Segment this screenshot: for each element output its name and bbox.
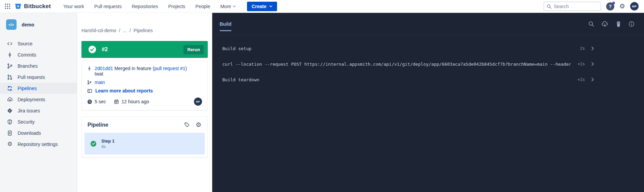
duration-item: 5 sec	[87, 99, 106, 104]
info-icon[interactable]	[628, 21, 635, 27]
pipelines-icon	[7, 86, 13, 91]
step-name: Step 1	[101, 138, 115, 144]
log-duration: <1s	[577, 77, 585, 82]
commits-icon	[7, 52, 13, 58]
trash-icon[interactable]	[616, 21, 621, 27]
sidebar-item-branches[interactable]: Branches	[0, 60, 77, 71]
repo-name: demo	[22, 22, 34, 27]
pipeline-summary-pane: Harshil-cd-demo / ... / Pipelines #2 Rer…	[77, 13, 212, 192]
run-duration: 5 sec	[95, 99, 106, 104]
nav-repositories[interactable]: Repositories	[127, 0, 163, 13]
settings-gear-icon[interactable]: ⚙	[619, 3, 625, 9]
pipeline-steps-card: Pipeline ⚙ Step 1 4s	[81, 116, 208, 157]
run-time-ago: 12 hours ago	[121, 99, 149, 104]
commit-icon	[87, 66, 92, 71]
commit-hash-link[interactable]: 2d01dd1	[95, 66, 113, 71]
download-log-icon[interactable]	[601, 21, 609, 27]
pipeline-card-header: Pipeline ⚙	[84, 122, 205, 128]
search-icon	[547, 4, 551, 9]
calendar-icon	[114, 99, 119, 104]
tag-icon[interactable]	[184, 122, 190, 128]
sidebar-item-security[interactable]: Security	[0, 116, 77, 127]
pipeline-run-number: #2	[102, 46, 108, 52]
sidebar-item-deployments[interactable]: Deployments	[0, 94, 77, 105]
notification-dot	[612, 2, 615, 4]
breadcrumb-ellipsis[interactable]: ...	[123, 28, 127, 33]
repo-sidebar: </> demo Source Commits	[0, 13, 77, 192]
primary-nav: Your work Pull requests Repositories Pro…	[58, 0, 241, 13]
topnav-right: ? ⚙ HP	[544, 2, 639, 11]
log-search-icon[interactable]	[588, 21, 594, 27]
log-duration: <1s	[577, 62, 585, 66]
search-input[interactable]	[554, 4, 591, 9]
pipeline-step-row[interactable]: Step 1 4s	[84, 133, 205, 154]
app-switcher-icon[interactable]	[3, 2, 12, 10]
sidebar-item-downloads[interactable]: Downloads	[0, 127, 77, 138]
document-icon	[7, 130, 13, 136]
search-box[interactable]	[544, 2, 601, 11]
commit-message: 2d01dd1 Merged in feature (pull request …	[95, 66, 187, 77]
run-meta-row: 5 sec 12 hours ago HP	[87, 98, 202, 106]
chevron-right-icon	[591, 78, 594, 82]
breadcrumb: Harshil-cd-demo / ... / Pipelines	[81, 28, 208, 33]
nav-your-work[interactable]: Your work	[58, 0, 89, 13]
sidebar-item-pipelines[interactable]: Pipelines	[0, 83, 77, 94]
rerun-button[interactable]: Rerun	[183, 45, 204, 54]
create-button[interactable]: Create	[247, 2, 277, 11]
repo-avatar: </>	[6, 19, 17, 30]
time-ago-item: 12 hours ago	[114, 99, 149, 104]
help-icon[interactable]: ?	[606, 2, 614, 10]
log-row-curl[interactable]: curl --location --request POST https://i…	[212, 56, 644, 72]
breadcrumb-pipelines[interactable]: Pipelines	[133, 28, 153, 33]
shield-icon	[7, 119, 13, 125]
nav-projects[interactable]: Projects	[163, 0, 191, 13]
code-icon	[7, 41, 13, 46]
deployments-cloud-icon	[7, 97, 13, 102]
reports-icon	[87, 88, 92, 93]
commit-message-row: 2d01dd1 Merged in feature (pull request …	[87, 66, 202, 77]
branch-row: main	[87, 80, 202, 85]
log-row-build-setup[interactable]: Build setup 2s	[212, 41, 644, 56]
sidebar-item-commits[interactable]: Commits	[0, 49, 77, 60]
pull-request-link[interactable]: pull request #1	[154, 66, 185, 71]
tab-build[interactable]: Build	[220, 13, 231, 35]
pipeline-run-banner: #2 Rerun	[81, 41, 208, 58]
reports-row: Learn more about reports	[87, 88, 202, 93]
gear-icon: ⚙	[7, 141, 13, 147]
chevron-down-icon	[269, 5, 272, 7]
sidebar-item-jira-issues[interactable]: Jira issues	[0, 105, 77, 116]
branch-link[interactable]: main	[95, 80, 105, 85]
nav-people[interactable]: People	[190, 0, 215, 13]
sidebar-item-source[interactable]: Source	[0, 38, 77, 49]
sidebar-item-repository-settings[interactable]: ⚙ Repository settings	[0, 138, 77, 150]
pipeline-settings-gear-icon[interactable]: ⚙	[196, 122, 201, 128]
log-header: Build	[212, 13, 644, 35]
commit-message-line2: twat	[95, 71, 103, 77]
build-log-pane: Build	[212, 13, 644, 192]
run-author-avatar[interactable]: HP	[194, 98, 202, 106]
sidebar-item-pull-requests[interactable]: Pull requests	[0, 71, 77, 83]
pipeline-card-title: Pipeline	[88, 122, 108, 128]
repo-header[interactable]: </> demo	[0, 19, 77, 30]
top-nav: Bitbucket Your work Pull requests Reposi…	[0, 0, 644, 13]
learn-more-reports-link[interactable]: Learn more about reports	[95, 88, 153, 93]
log-duration: 2s	[580, 46, 585, 51]
commit-info-card: 2d01dd1 Merged in feature (pull request …	[81, 61, 208, 110]
user-avatar[interactable]: HP	[630, 2, 639, 10]
log-row-build-teardown[interactable]: Build teardown <1s	[212, 72, 644, 87]
bitbucket-logo[interactable]: Bitbucket	[15, 3, 51, 10]
bitbucket-mark-icon	[15, 3, 22, 10]
breadcrumb-repo[interactable]: Harshil-cd-demo	[81, 28, 116, 33]
jira-icon	[7, 108, 13, 113]
pull-request-icon	[7, 74, 13, 80]
branch-icon	[87, 80, 92, 85]
step-duration: 4s	[101, 144, 115, 149]
log-rows: Build setup 2s curl --location --request…	[212, 35, 644, 87]
nav-more[interactable]: More	[215, 0, 241, 13]
nav-pull-requests[interactable]: Pull requests	[89, 0, 127, 13]
branch-icon	[7, 63, 13, 69]
success-check-icon	[89, 46, 96, 53]
brand-name: Bitbucket	[24, 3, 51, 10]
step-success-check-icon	[91, 141, 96, 147]
clock-icon	[87, 99, 92, 104]
